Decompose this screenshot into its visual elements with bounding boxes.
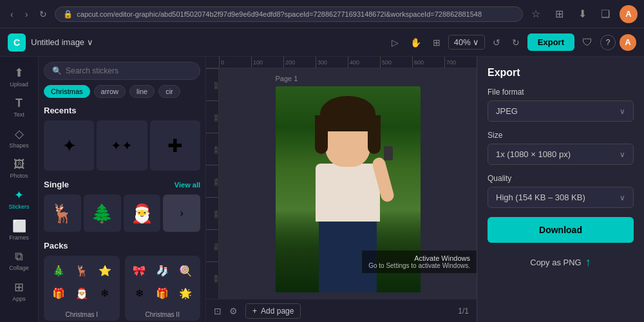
single-sticker-reindeer[interactable]: 🦌 — [44, 194, 81, 232]
frames-icon: ⬜ — [12, 219, 26, 233]
size-chevron: ∨ — [620, 150, 625, 159]
copy-png-arrow-icon: ↑ — [585, 256, 591, 269]
quality-label: Quality — [488, 174, 634, 183]
main-layout: C Untitled image ∨ ▷ ✋ ⊞ 40% ∨ ↺ ↻ Expor… — [0, 28, 644, 322]
extensions-button[interactable]: ⊞ — [550, 5, 568, 23]
search-input[interactable] — [66, 66, 192, 75]
ruler-left-800: 800 — [206, 261, 218, 294]
forward-button[interactable]: › — [21, 6, 32, 22]
pack2-sticker4: ❄ — [129, 283, 151, 305]
hand-tool-button[interactable]: ✋ — [406, 35, 425, 50]
pack1-name: Christmas I — [44, 308, 120, 321]
page-container: Page 1 — [276, 75, 421, 292]
file-format-select[interactable]: JPEG ∨ — [488, 100, 634, 122]
export-button[interactable]: Export — [527, 33, 574, 51]
pack-christmas-1[interactable]: 🎄 🦌 ⭐ 🎁 🎅 ❄ Christmas I — [44, 256, 120, 321]
browser-chrome: ‹ › ↻ 🔒 capcut.com/editor-graphic/abd501… — [0, 0, 644, 28]
shapes-icon: ◇ — [15, 127, 24, 141]
file-format-field: File format JPEG ∨ — [488, 88, 634, 122]
window-button[interactable]: ❑ — [596, 5, 614, 23]
tag-line[interactable]: line — [129, 85, 155, 98]
download-browser-button[interactable]: ⬇ — [573, 5, 591, 23]
copy-png-button[interactable]: Copy as PNG ↑ — [488, 252, 634, 273]
pack1-sticker4: 🎁 — [48, 283, 70, 305]
search-bar[interactable]: 🔍 — [44, 62, 200, 80]
undo-button[interactable]: ↺ — [489, 35, 504, 50]
ruler-600: 600 — [412, 57, 444, 68]
sidebar-label-shapes: Shapes — [9, 142, 29, 149]
page-canvas[interactable] — [276, 86, 421, 292]
shield-button[interactable]: 🛡 — [578, 33, 596, 52]
quality-select[interactable]: High (154 KB – 308 KB) ∨ — [488, 187, 634, 208]
sidebar-item-frames[interactable]: ⬜ Frames — [3, 215, 36, 245]
sidebar-item-shapes[interactable]: ◇ Shapes — [3, 123, 36, 153]
view-all-button[interactable]: View all — [175, 181, 200, 189]
ruler-left-700: 700 — [206, 229, 218, 261]
redo-button[interactable]: ↻ — [508, 35, 524, 50]
sidebar-item-apps[interactable]: ⊞ Apps — [3, 276, 36, 306]
recents-grid: ✦ ✦✦ ✚ — [44, 120, 200, 171]
single-title: Single View all — [44, 180, 200, 189]
url-bar[interactable]: 🔒 capcut.com/editor-graphic/abd501f50207… — [55, 6, 523, 22]
back-button[interactable]: ‹ — [6, 6, 17, 22]
grid-tool-button[interactable]: ⊞ — [429, 35, 444, 50]
packs-grid: 🎄 🦌 ⭐ 🎁 🎅 ❄ Christmas I 🎀 🧦 — [44, 256, 200, 322]
sidebar-item-text[interactable]: T Text — [3, 93, 36, 122]
play-tool-button[interactable]: ▷ — [388, 35, 402, 50]
canvas-viewport[interactable]: Page 1 — [219, 68, 477, 299]
settings-icon[interactable]: ⚙ — [229, 306, 238, 316]
editor-wrap: C Untitled image ∨ ▷ ✋ ⊞ 40% ∨ ↺ ↻ Expor… — [0, 28, 644, 322]
sidebar-item-collage[interactable]: ⧉ Collage — [3, 246, 36, 275]
tag-arrow[interactable]: arrow — [94, 85, 126, 98]
size-select[interactable]: 1x (1080 × 1080 px) ∨ — [488, 144, 634, 165]
fit-icon[interactable]: ⊡ — [214, 306, 222, 316]
recent-sticker-1[interactable]: ✦ — [44, 120, 94, 171]
editor-profile-avatar[interactable]: A — [620, 34, 636, 51]
single-sticker-tree[interactable]: 🌲 — [84, 194, 121, 232]
pack2-sticker3: 🍭 — [175, 260, 196, 281]
profile-avatar[interactable]: A — [620, 5, 638, 23]
capcut-logo: C — [8, 33, 26, 52]
pack2-sticker2: 🧦 — [151, 260, 173, 281]
tag-christmas[interactable]: Christmas — [44, 85, 90, 98]
recent-sticker-2[interactable]: ✦✦ — [97, 120, 147, 171]
text-icon: T — [15, 97, 23, 110]
pack1-sticker5: 🎅 — [71, 283, 93, 305]
help-button[interactable]: ? — [600, 35, 616, 50]
ruler-400: 400 — [348, 57, 380, 68]
url-text: capcut.com/editor-graphic/abd501f502074b… — [77, 10, 482, 18]
sidebar-label-upload: Upload — [10, 81, 28, 88]
pack-christmas-2[interactable]: 🎀 🧦 🍭 ❄ 🎁 🌟 Christmas II — [125, 256, 201, 321]
doc-title[interactable]: Untitled image ∨ — [31, 37, 93, 47]
pack1-sticker6: ❄ — [94, 283, 116, 305]
quality-chevron: ∨ — [620, 193, 625, 202]
sidebar-item-upload[interactable]: ⬆ Upload — [3, 62, 36, 91]
single-grid: 🦌 🌲 🎅 › — [44, 194, 200, 232]
tag-circle[interactable]: cir — [158, 85, 180, 98]
canvas-content: 200 300 400 500 600 700 800 Page 1 — [206, 68, 477, 299]
sidebar-item-photos[interactable]: 🖼 Photos — [3, 154, 36, 183]
file-format-label: File format — [488, 88, 634, 97]
pack1-sticker1: 🎄 — [48, 260, 70, 281]
apps-icon: ⊞ — [14, 280, 24, 294]
add-page-icon: + — [252, 307, 257, 316]
add-page-button[interactable]: + Add page — [245, 303, 301, 319]
bookmark-button[interactable]: ☆ — [527, 5, 545, 23]
recent-sticker-3[interactable]: ✚ — [150, 120, 200, 171]
content-area: ⬆ Upload T Text ◇ Shapes 🖼 Photos ✦ S — [0, 57, 644, 322]
pack2-sticker6: 🌟 — [175, 283, 196, 305]
sidebar-item-stickers[interactable]: ✦ Stickers — [3, 184, 36, 214]
download-button[interactable]: Download — [488, 217, 634, 243]
reload-button[interactable]: ↻ — [35, 6, 51, 22]
pack2-name: Christmas II — [125, 308, 201, 321]
zoom-control[interactable]: 40% ∨ — [448, 35, 485, 50]
single-sticker-santa[interactable]: 🎅 — [124, 194, 161, 232]
file-format-chevron: ∨ — [620, 107, 625, 116]
page-count: 1/1 — [458, 307, 469, 316]
size-field: Size 1x (1080 × 1080 px) ∨ — [488, 131, 634, 165]
sidebar-label-frames: Frames — [9, 234, 29, 241]
ruler-left-600: 600 — [206, 197, 218, 229]
single-next-button[interactable]: › — [163, 194, 200, 232]
upload-icon: ⬆ — [14, 66, 24, 80]
export-panel-title: Export — [488, 67, 634, 79]
